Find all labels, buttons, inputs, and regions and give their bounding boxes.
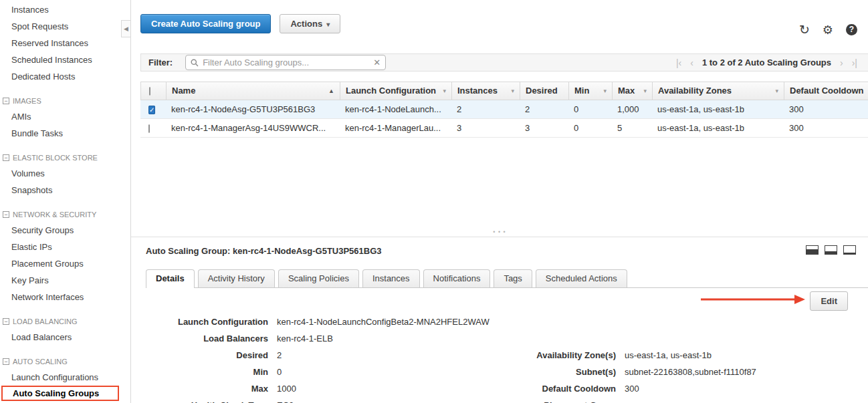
- sidebar-section-label: ELASTIC BLOCK STORE: [13, 154, 98, 162]
- layout-split-pane-icon[interactable]: [806, 245, 819, 255]
- actions-button[interactable]: Actions▾: [280, 14, 340, 33]
- cell-max: 5: [612, 119, 652, 137]
- field-value: 0: [277, 364, 282, 380]
- field-label: Launch Configuration: [146, 313, 277, 330]
- create-auto-scaling-group-button[interactable]: Create Auto Scaling group: [140, 14, 271, 33]
- collapse-left-icon: ◀: [124, 25, 128, 32]
- cell-default-cooldown: 300: [784, 119, 868, 137]
- field-value: 2: [277, 347, 282, 364]
- sidebar-item-volumes[interactable]: Volumes: [0, 165, 130, 182]
- sidebar-item-placement-groups[interactable]: Placement Groups: [0, 255, 130, 272]
- sidebar-section-auto-scaling[interactable]: − AUTO SCALING: [0, 354, 130, 369]
- sidebar-section-network-security[interactable]: − NETWORK & SECURITY: [0, 207, 130, 222]
- sidebar-item-bundle-tasks[interactable]: Bundle Tasks: [0, 125, 130, 142]
- last-page-icon[interactable]: ›|: [852, 57, 857, 68]
- cell-name: ken-rc4-1-NodeAsg-G5TU3P561BG3: [166, 100, 340, 118]
- column-header-max[interactable]: Max▾: [613, 82, 653, 100]
- sidebar-item-elastic-ips[interactable]: Elastic IPs: [0, 239, 130, 255]
- column-header-min[interactable]: Min▾: [569, 82, 613, 100]
- filter-search-box[interactable]: ✕: [185, 55, 386, 70]
- cell-availability-zones: us-east-1a, us-east-1b: [652, 119, 784, 137]
- layout-full-pane-icon[interactable]: [843, 245, 856, 255]
- sidebar-item-dedicated-hosts[interactable]: Dedicated Hosts: [0, 68, 130, 85]
- cell-desired: 3: [520, 119, 568, 137]
- sidebar-item-network-interfaces[interactable]: Network Interfaces: [0, 289, 130, 305]
- row-checkbox-cell: [140, 119, 166, 137]
- sidebar-item-snapshots[interactable]: Snapshots: [0, 182, 130, 198]
- tab-scheduled-actions[interactable]: Scheduled Actions: [536, 269, 627, 287]
- tab-notifications[interactable]: Notifications: [423, 269, 491, 287]
- sidebar-collapse-button[interactable]: ◀: [121, 20, 130, 37]
- pane-layout-controls: [806, 245, 856, 255]
- filter-input[interactable]: [203, 57, 369, 68]
- sidebar-item-amis[interactable]: AMIs: [0, 108, 130, 125]
- field-label: Min: [146, 364, 277, 380]
- column-header-desired[interactable]: Desired▾: [520, 82, 569, 100]
- cell-desired: 2: [520, 100, 568, 118]
- column-header-instances[interactable]: Instances▾: [452, 82, 520, 100]
- collapse-minus-icon: −: [3, 358, 9, 365]
- sidebar-item-load-balancers[interactable]: Load Balancers: [0, 329, 130, 346]
- cell-max: 1,000: [612, 100, 652, 118]
- field-value: subnet-22163808,subnet-f1110f87: [625, 364, 756, 380]
- pagination: |‹ ‹ 1 to 2 of 2 Auto Scaling Groups › ›…: [676, 57, 868, 68]
- field-load-balancers: Load Balancers ken-rc4-1-ELB: [146, 330, 601, 347]
- sidebar-section-load-balancing[interactable]: − LOAD BALANCING: [0, 314, 130, 329]
- field-placement-group: Placement Group: [492, 397, 867, 403]
- column-header-availability-zones[interactable]: Availability Zones▾: [653, 82, 784, 100]
- help-icon[interactable]: ?: [846, 24, 857, 35]
- column-header-name[interactable]: Name▲: [167, 82, 340, 100]
- tab-details[interactable]: Details: [146, 269, 195, 288]
- details-title-prefix: Auto Scaling Group:: [146, 246, 230, 256]
- column-header-default-cooldown[interactable]: Default Cooldown: [784, 82, 868, 100]
- tab-scaling-policies[interactable]: Scaling Policies: [278, 269, 359, 287]
- sidebar-item-key-pairs[interactable]: Key Pairs: [0, 272, 130, 289]
- next-page-icon[interactable]: ›: [840, 57, 843, 68]
- field-label: Desired: [146, 347, 277, 364]
- column-header-label: Desired: [526, 86, 558, 96]
- sidebar-section-elastic-block-store[interactable]: − ELASTIC BLOCK STORE: [0, 150, 130, 165]
- tab-instances[interactable]: Instances: [362, 269, 420, 287]
- sidebar-item-scheduled-instances[interactable]: Scheduled Instances: [0, 51, 130, 68]
- pagination-text: 1 to 2 of 2 Auto Scaling Groups: [702, 57, 831, 68]
- sidebar-item-instances[interactable]: Instances: [0, 1, 130, 18]
- table-row[interactable]: ✓ ken-rc4-1-NodeAsg-G5TU3P561BG3 ken-rc4…: [140, 100, 868, 119]
- clear-filter-icon[interactable]: ✕: [373, 57, 381, 68]
- tab-activity-history[interactable]: Activity History: [198, 269, 275, 287]
- row-checkbox[interactable]: ✓: [148, 106, 155, 114]
- caret-down-icon: ▾: [326, 21, 330, 28]
- search-icon: [191, 59, 199, 67]
- field-default-cooldown: Default Cooldown 300: [492, 380, 867, 397]
- auto-scaling-groups-table: Name▲ Launch Configuration▾ Instances▾ D…: [140, 82, 868, 138]
- sidebar-section-label: IMAGES: [13, 97, 41, 105]
- layout-half-pane-icon[interactable]: [825, 245, 837, 255]
- actions-button-label: Actions: [290, 19, 322, 29]
- details-panel-title: Auto Scaling Group: ken-rc4-1-NodeAsg-G5…: [146, 246, 382, 256]
- row-checkbox[interactable]: [148, 124, 150, 133]
- panel-splitter-handle[interactable]: • • •: [131, 228, 868, 236]
- column-header-label: Instances: [457, 86, 498, 96]
- field-value: ken-rc4-1-ELB: [277, 330, 333, 347]
- gear-icon[interactable]: ⚙: [823, 23, 833, 37]
- select-all-checkbox[interactable]: [149, 87, 150, 96]
- sidebar-section-images[interactable]: − IMAGES: [0, 94, 130, 108]
- first-page-icon[interactable]: |‹: [676, 57, 681, 68]
- tab-tags[interactable]: Tags: [494, 269, 532, 287]
- column-header-label: Name: [172, 86, 195, 96]
- column-header-label: Min: [574, 86, 589, 96]
- sidebar-item-auto-scaling-groups[interactable]: Auto Scaling Groups: [1, 386, 119, 401]
- details-title-name: ken-rc4-1-NodeAsg-G5TU3P561BG3: [233, 246, 382, 256]
- cell-instances: 2: [451, 100, 520, 118]
- refresh-icon[interactable]: ↻: [799, 22, 810, 37]
- column-header-launch-configuration[interactable]: Launch Configuration▾: [340, 82, 452, 100]
- sidebar-item-launch-configurations[interactable]: Launch Configurations: [0, 369, 130, 386]
- toolbar: Create Auto Scaling group Actions▾: [140, 14, 340, 33]
- sidebar-item-security-groups[interactable]: Security Groups: [0, 222, 130, 239]
- sidebar-item-spot-requests[interactable]: Spot Requests: [0, 18, 130, 35]
- table-row[interactable]: ken-rc4-1-ManagerAsg-14US9WWCR... ken-rc…: [140, 119, 868, 138]
- details-panel: Auto Scaling Group: ken-rc4-1-NodeAsg-G5…: [131, 237, 868, 403]
- prev-page-icon[interactable]: ‹: [690, 57, 693, 68]
- sidebar-item-reserved-instances[interactable]: Reserved Instances: [0, 35, 130, 51]
- edit-button[interactable]: Edit: [810, 291, 848, 311]
- sidebar-section-label: NETWORK & SECURITY: [13, 211, 96, 219]
